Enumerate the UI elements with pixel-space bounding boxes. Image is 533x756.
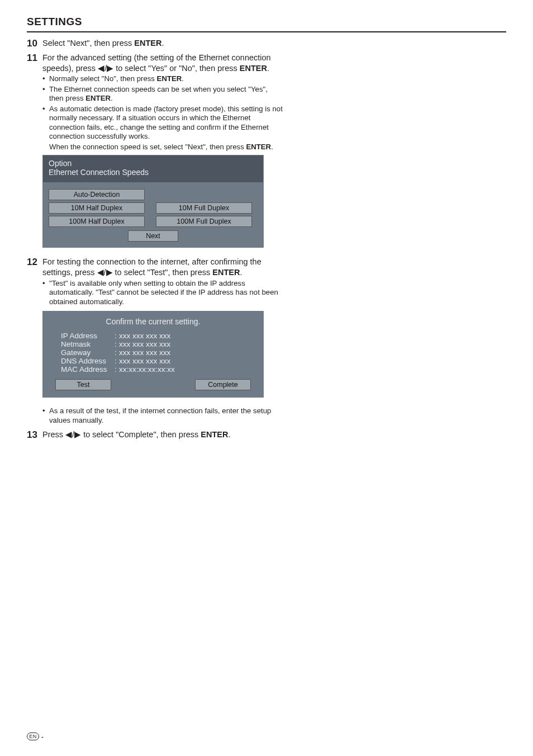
left-column: 10 Select "Next", then press ENTER. 11 F…: [27, 38, 284, 441]
colon: :: [115, 340, 119, 348]
section-heading: SETTINGS: [27, 16, 506, 28]
bullet-text: As a result of the test, if the internet…: [49, 407, 271, 424]
full-duplex-100m-button[interactable]: 100M Full Duplex: [156, 216, 252, 227]
panel-subtitle: Ethernet Connection Speeds: [49, 168, 258, 177]
panel-title: Option: [49, 159, 258, 168]
enter-label: ENTER: [240, 64, 267, 73]
step-text: .: [271, 143, 273, 151]
confirm-panel-inner: Confirm the current setting. IP Address:…: [42, 311, 264, 398]
step-number: 11: [27, 53, 42, 152]
colon: :: [115, 365, 119, 374]
button-row: Test Complete: [51, 379, 255, 390]
left-right-icon: ◀/▶: [98, 64, 113, 73]
complete-button[interactable]: Complete: [195, 379, 251, 390]
colon: :: [115, 348, 119, 357]
step-body: For testing the connection to the intern…: [42, 257, 284, 308]
half-duplex-10m-button[interactable]: 10M Half Duplex: [49, 202, 145, 214]
step-body: Select "Next", then press ENTER.: [42, 38, 284, 49]
step-text: .: [240, 268, 242, 277]
button-row: Auto-Detection: [43, 189, 263, 200]
step-12-continued: As a result of the test, if the internet…: [27, 405, 284, 426]
colon: :: [115, 357, 119, 365]
panel-header: Option Ethernet Connection Speeds: [43, 155, 263, 182]
step-number: 13: [27, 429, 42, 441]
left-right-icon: ◀/▶: [97, 268, 113, 277]
next-button[interactable]: Next: [128, 230, 178, 242]
step-text: .: [161, 39, 164, 48]
step-10: 10 Select "Next", then press ENTER.: [27, 38, 284, 49]
colon: :: [115, 332, 119, 340]
bullet-list: Normally select "No", then press ENTER. …: [42, 74, 284, 141]
bullet-text: .: [182, 74, 184, 83]
step-text: .: [267, 64, 269, 73]
dns-address-label: DNS Address: [61, 357, 115, 365]
bullet-list: As a result of the test, if the internet…: [42, 407, 284, 425]
step-text: .: [228, 430, 230, 439]
step-text: to select "Complete", then press: [81, 430, 201, 439]
ip-address-label: IP Address: [61, 332, 115, 340]
option-panel: Option Ethernet Connection Speeds Auto-D…: [42, 155, 264, 248]
enter-label: ENTER: [85, 94, 111, 102]
setting-row: IP Address:xxx xxx xxx xxx: [61, 332, 245, 340]
step-12: 12 For testing the connection to the int…: [27, 257, 284, 308]
gateway-label: Gateway: [61, 348, 115, 357]
netmask-value: xxx xxx xxx xxx: [119, 340, 245, 348]
step-11: 11 For the advanced setting (the setting…: [27, 53, 284, 152]
page-footer: EN -: [27, 733, 44, 740]
list-item: The Ethernet connection speeds can be se…: [42, 85, 284, 103]
step-body: For the advanced setting (the setting of…: [42, 53, 284, 152]
step-body: As a result of the test, if the internet…: [42, 405, 284, 426]
confirm-panel: Confirm the current setting. IP Address:…: [42, 311, 264, 398]
mac-address-value: xx:xx:xx:xx:xx:xx: [119, 365, 245, 374]
enter-label: ENTER: [201, 430, 228, 439]
enter-label: ENTER: [134, 39, 161, 48]
gateway-value: xxx xxx xxx xxx: [119, 348, 245, 357]
setting-row: Gateway:xxx xxx xxx xxx: [61, 348, 245, 357]
step-13: 13 Press ◀/▶ to select "Complete", then …: [27, 429, 284, 441]
list-item: As automatic detection is made (factory …: [42, 105, 284, 141]
test-button[interactable]: Test: [55, 379, 111, 390]
settings-block: IP Address:xxx xxx xxx xxx Netmask:xxx x…: [61, 332, 245, 374]
ip-address-value: xxx xxx xxx xxx: [119, 332, 245, 340]
option-panel-inner: Option Ethernet Connection Speeds Auto-D…: [42, 155, 264, 248]
mac-address-label: MAC Address: [61, 365, 115, 374]
half-duplex-100m-button[interactable]: 100M Half Duplex: [49, 216, 145, 227]
step-number-spacer: [27, 405, 42, 426]
setting-row: MAC Address:xx:xx:xx:xx:xx:xx: [61, 365, 245, 374]
left-right-icon: ◀/▶: [65, 430, 81, 439]
setting-row: DNS Address:xxx xxx xxx xxx: [61, 357, 245, 365]
step-text: When the connection speed is set, select…: [49, 143, 246, 151]
heading-rule: [27, 31, 506, 32]
bullet-text: "Test" is available only when setting to…: [49, 279, 278, 306]
bullet-text: The Ethernet connection speeds can be se…: [49, 85, 268, 103]
step-text: to select "Test", then press: [113, 268, 213, 277]
bullet-text: .: [111, 94, 113, 102]
bullet-text: Normally select "No", then press: [49, 74, 157, 83]
enter-label: ENTER: [212, 268, 240, 277]
list-item: As a result of the test, if the internet…: [42, 407, 284, 425]
bullet-text: As automatic detection is made (factory …: [49, 105, 283, 141]
auto-detection-button[interactable]: Auto-Detection: [49, 189, 145, 200]
bullet-list: "Test" is available only when setting to…: [42, 279, 284, 307]
step-number: 12: [27, 257, 42, 308]
button-row: 100M Half Duplex 100M Full Duplex: [43, 216, 263, 227]
button-row: Next: [43, 230, 263, 242]
list-item: "Test" is available only when setting to…: [42, 279, 284, 307]
step-number: 10: [27, 38, 42, 49]
button-row: 10M Half Duplex 10M Full Duplex: [43, 202, 263, 214]
step-text: Press: [42, 430, 65, 439]
list-item: Normally select "No", then press ENTER.: [42, 74, 284, 84]
step-text: Select "Next", then press: [42, 39, 134, 48]
continuation-text: When the connection speed is set, select…: [49, 143, 284, 152]
language-badge: EN: [27, 733, 39, 740]
enter-label: ENTER: [246, 143, 271, 151]
setting-row: Netmask:xxx xxx xxx xxx: [61, 340, 245, 348]
panel-title: Confirm the current setting.: [51, 317, 255, 326]
dns-address-value: xxx xxx xxx xxx: [119, 357, 245, 365]
full-duplex-10m-button[interactable]: 10M Full Duplex: [156, 202, 252, 214]
step-body: Press ◀/▶ to select "Complete", then pre…: [42, 429, 284, 441]
step-text: to select "Yes" or "No", then press: [113, 64, 240, 73]
netmask-label: Netmask: [61, 340, 115, 348]
enter-label: ENTER: [157, 74, 182, 83]
footer-dash: -: [41, 733, 44, 740]
